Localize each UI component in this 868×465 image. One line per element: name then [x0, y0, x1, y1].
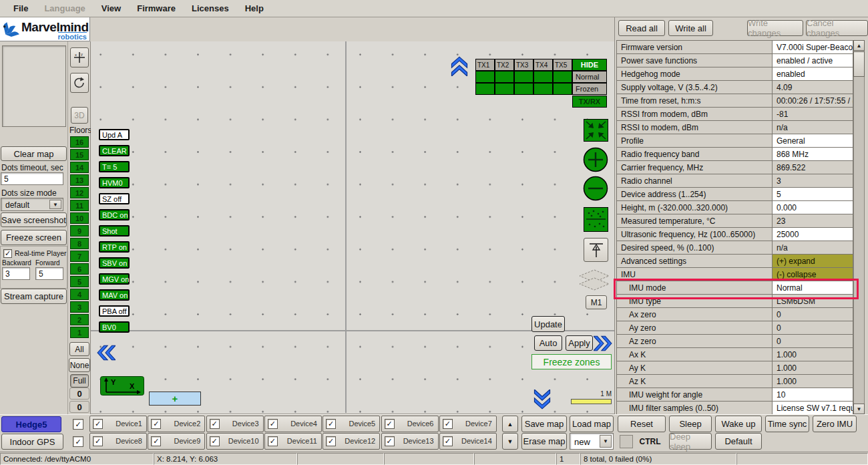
param-value[interactable]: 868 MHz — [773, 148, 853, 160]
floors-none-button[interactable]: None — [69, 358, 90, 372]
menu-file[interactable]: File — [5, 3, 36, 13]
wake-up-button[interactable]: Wake up — [715, 416, 762, 432]
write-all-button[interactable]: Write all — [668, 20, 713, 36]
floor-button-1[interactable]: 1 — [70, 327, 89, 338]
device-checkbox[interactable]: ✓ — [210, 419, 220, 429]
map-toggle-rtp-on[interactable]: RTP on — [99, 241, 130, 253]
device-cell-device14[interactable]: ✓Device14 — [439, 433, 497, 450]
load-map-button[interactable]: Load map — [570, 416, 614, 432]
param-value[interactable]: General — [773, 134, 853, 147]
dots-timeout-input[interactable]: 5 — [1, 172, 63, 185]
sleep-button[interactable]: Sleep — [669, 416, 712, 432]
erase-map-button[interactable]: Erase map — [521, 433, 567, 450]
jump-to-top-button[interactable] — [584, 238, 608, 262]
freeze-zones-button[interactable]: Freeze zones — [531, 354, 612, 369]
floor-button-10[interactable]: 10 — [70, 212, 89, 224]
scroll-up-icon[interactable]: ▲ — [853, 40, 865, 51]
clear-map-button[interactable]: Clear map — [1, 146, 67, 161]
write-changes-button[interactable]: Write changes — [747, 20, 803, 36]
chevron-down-icon[interactable]: ▼ — [49, 200, 61, 209]
param-value[interactable]: n/a — [773, 121, 853, 134]
gps-row-checkbox[interactable]: ✓ — [73, 436, 83, 447]
floor-button-5[interactable]: 5 — [70, 276, 89, 287]
floor-button-7[interactable]: 7 — [70, 251, 89, 262]
device-cell-device8[interactable]: ✓Device8 — [89, 433, 147, 450]
device-checkbox[interactable]: ✓ — [326, 419, 336, 429]
update-button[interactable]: Update — [531, 316, 565, 332]
device-checkbox[interactable]: ✓ — [443, 436, 453, 446]
param-value[interactable]: Normal — [773, 281, 853, 294]
device-checkbox[interactable]: ✓ — [385, 436, 395, 446]
map-toggle-bv0[interactable]: BV0 — [99, 321, 130, 333]
tx-txrx-button[interactable]: TX/RX — [572, 96, 607, 108]
map-select[interactable]: new ▼ — [570, 433, 614, 450]
param-value[interactable]: 1.000 — [773, 375, 853, 388]
param-value[interactable]: 3 — [773, 174, 853, 187]
stream-capture-button[interactable]: Stream capture — [1, 289, 67, 304]
reset-button[interactable]: Reset — [618, 416, 666, 432]
map-canvas[interactable]: Upd ACLEART= 5HVM0SZ offBDC onShotRTP on… — [91, 41, 614, 414]
scrollbar-thumb[interactable] — [853, 51, 865, 77]
param-value[interactable]: 10 — [773, 388, 853, 401]
param-value[interactable]: enabled / active — [773, 54, 853, 67]
map-toggle-clear[interactable]: CLEAR — [99, 145, 130, 156]
floor-button-4[interactable]: 4 — [70, 289, 89, 300]
add-submap-button[interactable]: + — [149, 392, 201, 406]
dots-size-select[interactable]: default ▼ — [1, 198, 63, 211]
param-value[interactable]: 0 — [773, 335, 853, 347]
device-checkbox[interactable]: ✓ — [326, 436, 336, 446]
param-value[interactable]: enabled — [773, 67, 853, 80]
deep-sleep-button[interactable]: Deep sleep — [669, 433, 712, 450]
param-value[interactable]: 1.000 — [773, 348, 853, 361]
param-value[interactable]: (+) expand — [773, 255, 853, 267]
param-value[interactable]: 1.000 — [773, 361, 853, 374]
device-checkbox[interactable]: ✓ — [151, 436, 161, 446]
param-value[interactable]: 0 — [773, 321, 853, 334]
device-checkbox[interactable]: ✓ — [385, 419, 395, 429]
device-cell-device2[interactable]: ✓Device2 — [148, 416, 205, 432]
device-cell-device7[interactable]: ✓Device7 — [439, 416, 497, 432]
default-button[interactable]: Default — [715, 433, 762, 450]
floor-button-6[interactable]: 6 — [70, 263, 89, 275]
floor-button-2[interactable]: 2 — [70, 314, 89, 325]
floor-button-13[interactable]: 13 — [70, 174, 89, 186]
device-checkbox[interactable]: ✓ — [443, 419, 453, 429]
map-toggle-mgv-on[interactable]: MGV on — [99, 273, 130, 285]
device-checkbox[interactable]: ✓ — [210, 436, 220, 446]
zoom-in-icon[interactable] — [583, 147, 608, 172]
device-checkbox[interactable]: ✓ — [93, 419, 103, 429]
param-value[interactable]: 23 — [773, 214, 853, 227]
layers-icon[interactable] — [578, 269, 610, 294]
tx-cell-normal-5[interactable] — [553, 71, 572, 83]
device-checkbox[interactable]: ✓ — [151, 419, 161, 429]
menu-firmware[interactable]: Firmware — [129, 3, 184, 13]
tx-cell-normal-3[interactable] — [514, 71, 533, 83]
tx-cell-normal-4[interactable] — [533, 71, 553, 83]
map-toggle-hvm0[interactable]: HVM0 — [99, 177, 130, 188]
floor-button-12[interactable]: 12 — [70, 187, 89, 198]
xy-axes-tool-button[interactable]: xy — [70, 47, 89, 67]
apply-button[interactable]: Apply — [566, 335, 593, 351]
device-cell-device4[interactable]: ✓Device4 — [264, 416, 322, 432]
expand-right-icon[interactable] — [594, 334, 612, 353]
floor-button-16[interactable]: 16 — [70, 136, 89, 148]
floor-button-8[interactable]: 8 — [70, 238, 89, 249]
device-cell-device11[interactable]: ✓Device11 — [264, 433, 322, 450]
hedge-row-checkbox[interactable]: ✓ — [73, 419, 83, 430]
chevron-down-icon[interactable]: ▼ — [600, 435, 612, 448]
param-value[interactable]: 4.09 — [773, 81, 853, 94]
scroll-down-icon[interactable]: ▼ — [853, 404, 865, 414]
menu-language[interactable]: Language — [36, 3, 93, 13]
device-cell-device12[interactable]: ✓Device12 — [322, 433, 380, 450]
map-toggle-mav-on[interactable]: MAV on — [99, 289, 130, 301]
param-value[interactable]: 5 — [773, 188, 853, 200]
device-checkbox[interactable]: ✓ — [268, 419, 278, 429]
dots-display-icon[interactable] — [584, 207, 608, 232]
floor-button-3[interactable]: 3 — [70, 301, 89, 313]
param-value[interactable]: 25000 — [773, 228, 853, 241]
zero-imu-button[interactable]: Zero IMU — [813, 416, 857, 432]
freeze-screen-button[interactable]: Freeze screen — [1, 230, 67, 245]
save-screenshot-button[interactable]: Save screenshot — [1, 212, 67, 227]
map-toggle-t-5[interactable]: T= 5 — [99, 161, 130, 172]
cancel-changes-button[interactable]: Cancel changes — [806, 20, 868, 36]
